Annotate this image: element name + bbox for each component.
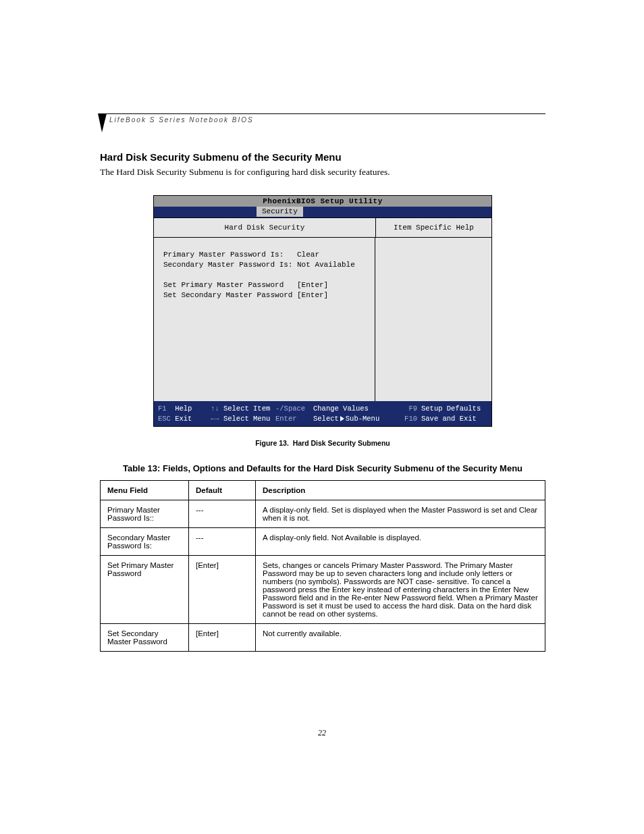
bios-tabs: Security [154, 207, 491, 217]
key-leftright: ←→ [211, 415, 219, 423]
bios-row-value: [Enter] [297, 290, 368, 301]
table-cell-desc: Sets, changes or cancels Primary Master … [256, 556, 545, 624]
section-description: The Hard Disk Security Submenu is for co… [100, 167, 545, 178]
table-header-desc: Description [256, 481, 545, 500]
bios-help-title: Item Specific Help [376, 218, 491, 237]
bios-row: Primary Master Password Is: Clear [163, 250, 368, 260]
table-row: Set Primary Master Password [Enter] Sets… [101, 556, 545, 624]
bios-row-value: Not Available [297, 260, 368, 270]
key-enter-label-a: Select [313, 415, 339, 423]
table-row: Primary Master Password Is:: --- A displ… [101, 500, 545, 528]
bios-row: Secondary Master Password Is: Not Availa… [163, 260, 368, 270]
figure-caption: Figure 13. Hard Disk Security Submenu [100, 439, 545, 447]
table-cell-desc: A display-only field. Set is displayed w… [256, 500, 545, 528]
figure-label: Figure 13. [255, 439, 289, 447]
key-f1-label: Help [175, 405, 192, 413]
bios-row-label: Secondary Master Password Is: [163, 260, 297, 270]
fields-table: Menu Field Default Description Primary M… [100, 480, 545, 652]
bios-row: Set Secondary Master Password [Enter] [163, 290, 368, 301]
table-row: Set Secondary Master Password [Enter] No… [101, 624, 545, 652]
key-f10-label: Save and Exit [421, 415, 477, 423]
key-space: -/Space [275, 405, 305, 413]
key-f10: F10 [404, 415, 417, 423]
bios-help-pane [375, 238, 491, 401]
key-f9: F9 [408, 405, 417, 413]
bios-title: PhoenixBIOS Setup Utility [154, 196, 491, 207]
table-header-default: Default [189, 481, 256, 500]
table-cell-default: --- [189, 500, 256, 528]
key-f1: F1 [158, 405, 167, 413]
bios-footer-row: F1 Help ↑↓ Select Item -/Space Change Va… [158, 404, 487, 414]
page: LifeBook S Series Notebook BIOS Hard Dis… [0, 0, 644, 834]
key-space-label: Change Values [313, 405, 369, 413]
key-esc-label: Exit [175, 415, 192, 423]
bios-figure: PhoenixBIOS Setup Utility Security Hard … [153, 195, 492, 427]
table-cell-menu: Primary Master Password Is:: [101, 500, 189, 528]
bios-row: Set Primary Master Password [Enter] [163, 280, 368, 290]
table-row: Secondary Master Password Is: --- A disp… [101, 528, 545, 556]
triangle-right-icon [340, 416, 344, 421]
bios-subtitle-row: Hard Disk Security Item Specific Help [154, 217, 491, 238]
key-updown-label: Select Item [223, 405, 270, 413]
table-cell-default: [Enter] [189, 624, 256, 652]
page-number: 22 [0, 728, 644, 738]
bios-footer-row: ESC Exit ←→ Select Menu Enter SelectSub-… [158, 414, 487, 424]
content: Hard Disk Security Submenu of the Securi… [100, 113, 545, 652]
bios-row-value: [Enter] [297, 280, 368, 290]
bios-row-label: Set Primary Master Password [163, 280, 297, 290]
table-cell-default: [Enter] [189, 556, 256, 624]
figure-caption-text: Hard Disk Security Submenu [293, 439, 390, 447]
table-cell-menu: Set Primary Master Password [101, 556, 189, 624]
table-header-menu: Menu Field [101, 481, 189, 500]
bios-tab-active: Security [257, 207, 303, 217]
key-enter: Enter [275, 415, 297, 423]
section-title: Hard Disk Security Submenu of the Securi… [100, 151, 545, 163]
key-esc: ESC [158, 415, 171, 423]
table-header-row: Menu Field Default Description [101, 481, 545, 500]
table-cell-desc: A display-only field. Not Available is d… [256, 528, 545, 556]
bios-body-left: Primary Master Password Is: Clear Second… [154, 238, 375, 401]
key-leftright-label: Select Menu [223, 415, 270, 423]
bios-row-value: Clear [297, 250, 368, 260]
key-enter-label-b: Sub-Menu [346, 415, 379, 423]
table-cell-desc: Not currently available. [256, 624, 545, 652]
key-f9-label: Setup Defaults [421, 405, 481, 413]
bios-row-label: Set Secondary Master Password [163, 290, 297, 301]
bios-row-label: Primary Master Password Is: [163, 250, 297, 260]
table-cell-default: --- [189, 528, 256, 556]
bios-footer: F1 Help ↑↓ Select Item -/Space Change Va… [154, 401, 491, 426]
bios-submenu-title: Hard Disk Security [154, 218, 376, 237]
key-updown: ↑↓ [211, 405, 219, 413]
table-cell-menu: Set Secondary Master Password [101, 624, 189, 652]
table-cell-menu: Secondary Master Password Is: [101, 528, 189, 556]
table-title: Table 13: Fields, Options and Defaults f… [100, 463, 545, 473]
bios-body: Primary Master Password Is: Clear Second… [154, 238, 491, 401]
